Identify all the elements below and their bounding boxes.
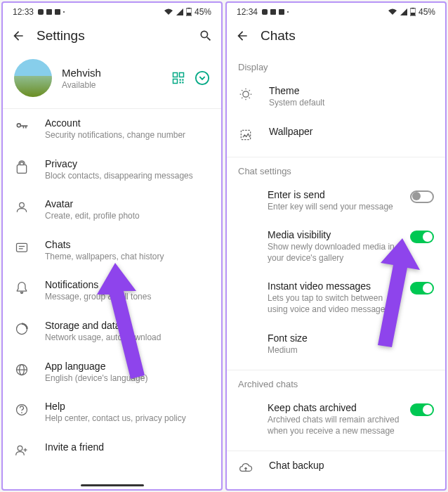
svg-rect-10 bbox=[180, 79, 181, 81]
status-notif-icons bbox=[38, 8, 66, 15]
svg-rect-16 bbox=[17, 243, 27, 252]
settings-item-notifications[interactable]: NotificationsMessage, group & call tones bbox=[3, 271, 221, 311]
wifi-icon bbox=[388, 8, 397, 15]
setting-theme[interactable]: ThemeSystem default bbox=[227, 77, 445, 117]
svg-line-40 bbox=[242, 90, 242, 91]
nav-handle bbox=[81, 484, 144, 486]
svg-point-31 bbox=[287, 11, 289, 13]
status-time: 12:34 bbox=[237, 7, 258, 17]
battery-pct: 45% bbox=[195, 7, 211, 17]
setting-chat-backup[interactable]: Chat backup bbox=[227, 451, 445, 485]
section-archived: Archived chats bbox=[227, 370, 445, 394]
svg-point-14 bbox=[196, 72, 209, 84]
header: Settings bbox=[3, 18, 221, 53]
status-bar: 12:33 45% bbox=[3, 3, 221, 18]
svg-rect-6 bbox=[187, 13, 191, 15]
storage-icon bbox=[14, 321, 29, 337]
svg-rect-12 bbox=[180, 82, 181, 83]
svg-rect-28 bbox=[262, 9, 268, 15]
status-bar: 12:34 45% bbox=[227, 3, 445, 18]
settings-item-language[interactable]: App languageEnglish (device's language) bbox=[3, 352, 221, 393]
chat-icon bbox=[14, 240, 29, 256]
setting-font-size[interactable]: Font sizeMedium bbox=[227, 324, 445, 365]
setting-transfer-chats[interactable]: Transfer chats bbox=[227, 485, 445, 491]
circle-check-icon[interactable] bbox=[195, 70, 210, 86]
invite-icon bbox=[14, 443, 29, 458]
svg-rect-13 bbox=[182, 82, 183, 83]
battery-pct: 45% bbox=[419, 7, 435, 17]
phone-chats: 12:34 45% Chats Display ThemeSystem defa… bbox=[225, 1, 447, 491]
profile-section[interactable]: Mehvish Available bbox=[3, 53, 221, 108]
svg-rect-29 bbox=[270, 9, 276, 15]
settings-item-storage[interactable]: Storage and dataNetwork usage, auto-down… bbox=[3, 311, 221, 352]
svg-point-35 bbox=[243, 91, 249, 97]
svg-rect-8 bbox=[180, 73, 184, 77]
svg-rect-2 bbox=[55, 9, 60, 15]
toggle-enter-send[interactable] bbox=[410, 190, 434, 203]
setting-instant-video[interactable]: Instant video messagesLets you tap to sw… bbox=[227, 272, 445, 323]
back-button[interactable] bbox=[11, 29, 25, 43]
status-time: 12:33 bbox=[13, 7, 34, 17]
section-chat-settings: Chat settings bbox=[227, 157, 445, 181]
toggle-instant-video[interactable] bbox=[410, 282, 434, 294]
svg-line-41 bbox=[249, 98, 250, 98]
lock-icon bbox=[14, 160, 29, 175]
signal-icon bbox=[176, 8, 183, 15]
page-title: Chats bbox=[261, 28, 437, 44]
svg-rect-1 bbox=[46, 9, 52, 15]
settings-item-help[interactable]: HelpHelp center, contact us, privacy pol… bbox=[3, 392, 221, 433]
toggle-media-visibility[interactable] bbox=[410, 231, 434, 243]
setting-enter-send[interactable]: Enter is sendEnter key will send your me… bbox=[227, 181, 445, 221]
search-button[interactable] bbox=[199, 29, 213, 43]
svg-rect-0 bbox=[38, 9, 44, 15]
settings-item-account[interactable]: AccountSecurity notifications, change nu… bbox=[3, 109, 221, 150]
setting-wallpaper[interactable]: Wallpaper bbox=[227, 117, 445, 151]
setting-media-visibility[interactable]: Media visibilityShow newly downloaded me… bbox=[227, 221, 445, 272]
help-icon bbox=[14, 402, 29, 417]
svg-rect-9 bbox=[173, 79, 178, 84]
setting-keep-archived[interactable]: Keep chats archivedArchived chats will r… bbox=[227, 394, 445, 445]
profile-status: Available bbox=[62, 80, 162, 90]
toggle-keep-archived[interactable] bbox=[410, 403, 434, 416]
svg-point-24 bbox=[21, 412, 22, 413]
header: Chats bbox=[227, 18, 445, 53]
svg-line-42 bbox=[242, 98, 242, 98]
battery-icon bbox=[410, 8, 416, 16]
avatar-icon bbox=[14, 200, 29, 215]
svg-point-3 bbox=[63, 11, 65, 13]
battery-icon bbox=[186, 8, 192, 16]
avatar bbox=[14, 59, 52, 97]
wifi-icon bbox=[164, 8, 173, 15]
phone-settings: 12:33 45% Settings Mehvish Available bbox=[1, 1, 223, 491]
svg-rect-7 bbox=[173, 73, 178, 77]
svg-rect-34 bbox=[411, 13, 415, 15]
svg-rect-11 bbox=[182, 79, 183, 81]
key-icon bbox=[14, 119, 29, 134]
svg-point-25 bbox=[18, 446, 22, 451]
page-title: Settings bbox=[37, 28, 187, 44]
cloud-icon bbox=[238, 461, 253, 477]
globe-icon bbox=[14, 362, 29, 377]
signal-icon bbox=[400, 8, 407, 15]
settings-item-privacy[interactable]: PrivacyBlock contacts, disappearing mess… bbox=[3, 150, 221, 190]
bell-icon bbox=[14, 280, 29, 296]
qr-icon[interactable] bbox=[172, 72, 185, 84]
section-display: Display bbox=[227, 53, 445, 77]
svg-rect-30 bbox=[279, 9, 284, 15]
settings-item-invite[interactable]: Invite a friend bbox=[3, 433, 221, 467]
settings-item-chats[interactable]: ChatsTheme, wallpapers, chat history bbox=[3, 231, 221, 271]
status-notif-icons bbox=[262, 8, 290, 15]
back-button[interactable] bbox=[235, 29, 249, 43]
wallpaper-icon bbox=[238, 127, 253, 143]
svg-line-43 bbox=[249, 90, 250, 91]
svg-point-15 bbox=[20, 203, 25, 208]
theme-icon bbox=[238, 86, 253, 102]
profile-name: Mehvish bbox=[62, 67, 162, 79]
settings-item-avatar[interactable]: AvatarCreate, edit, profile photo bbox=[3, 190, 221, 231]
